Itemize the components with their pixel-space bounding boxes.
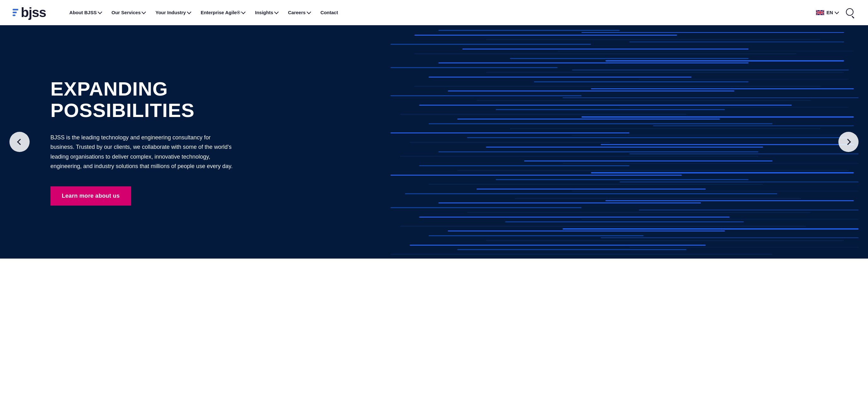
chevron-down-icon [307,10,311,14]
nav-item-about[interactable]: About BJSS [65,7,106,18]
hero-description: BJSS is the leading technology and engin… [51,133,233,171]
hero-content: EXPANDING POSSIBILITIES BJSS is the lead… [0,53,284,231]
arrow-left-icon [17,139,23,145]
logo-text: bjss [21,5,46,20]
hero-title: EXPANDING POSSIBILITIES [51,78,233,121]
nav-item-industry[interactable]: Your Industry [151,7,195,18]
arrow-right-icon [845,139,851,145]
nav-item-services[interactable]: Our Services [107,7,150,18]
hero-section: EXPANDING POSSIBILITIES BJSS is the lead… [0,25,868,258]
language-selector[interactable]: EN [816,10,838,16]
hero-lines-background [391,25,868,258]
chevron-down-icon [187,10,191,14]
carousel-next-button[interactable] [838,132,859,152]
chevron-down-icon [274,10,279,14]
nav-item-insights[interactable]: Insights [251,7,282,18]
nav-item-careers[interactable]: Careers [284,7,315,18]
navbar: bjss About BJSS Our Services Your Indust… [0,0,868,25]
chevron-down-icon [142,10,146,14]
chevron-down-icon [241,10,246,14]
search-button[interactable] [844,6,856,19]
uk-flag-icon [816,10,824,16]
chevron-down-icon [98,10,102,14]
logo-bars-icon [12,9,18,16]
search-icon [846,8,854,16]
nav-item-enterprise[interactable]: Enterprise Agile® [196,7,250,18]
carousel-prev-button[interactable] [9,132,30,152]
language-chevron-icon [835,10,839,14]
nav-right: EN [816,6,856,19]
nav-menu: About BJSS Our Services Your Industry En… [65,7,816,18]
language-label: EN [827,10,833,15]
logo[interactable]: bjss [12,5,46,20]
hero-cta-button[interactable]: Learn more about us [51,186,131,206]
nav-item-contact[interactable]: Contact [316,7,343,18]
